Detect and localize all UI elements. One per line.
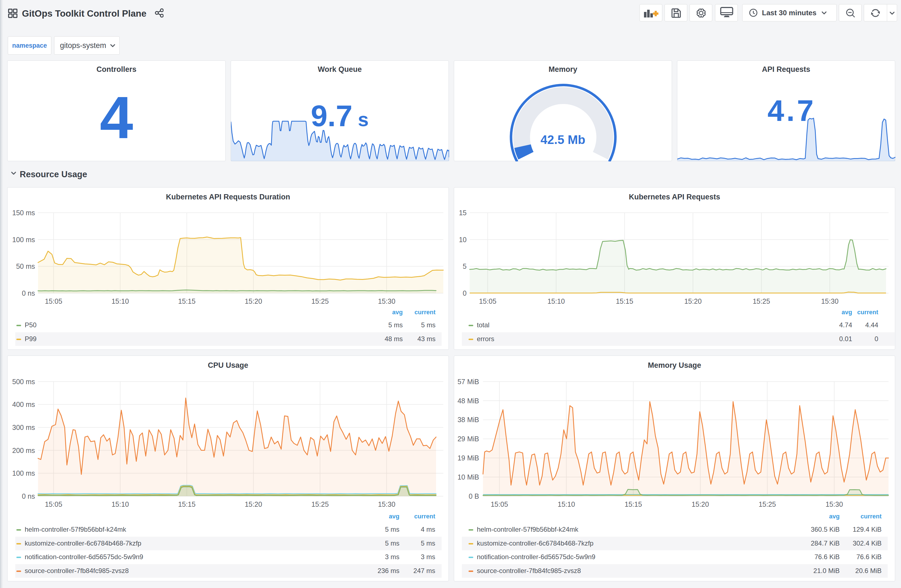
svg-text:100 ms: 100 ms (12, 236, 35, 244)
svg-text:0 ns: 0 ns (22, 289, 35, 297)
svg-text:150 ms: 150 ms (12, 209, 35, 216)
svg-text:15:30: 15:30 (821, 297, 839, 305)
svg-text:15:20: 15:20 (245, 500, 262, 508)
svg-text:15:20: 15:20 (692, 500, 709, 508)
svg-text:0 ns: 0 ns (22, 492, 35, 500)
svg-text:15:25: 15:25 (759, 500, 776, 508)
svg-text:15:10: 15:10 (558, 500, 575, 508)
svg-text:15:15: 15:15 (616, 297, 633, 305)
svg-text:15:15: 15:15 (178, 500, 196, 508)
svg-text:15:20: 15:20 (245, 297, 262, 305)
svg-text:57 MiB: 57 MiB (457, 378, 479, 386)
svg-text:0: 0 (463, 289, 467, 297)
svg-text:15:25: 15:25 (753, 297, 770, 305)
svg-text:100 ms: 100 ms (12, 469, 35, 477)
svg-text:15:05: 15:05 (45, 297, 62, 305)
svg-text:400 ms: 400 ms (12, 400, 35, 408)
svg-text:19 MiB: 19 MiB (457, 454, 479, 462)
svg-text:15:25: 15:25 (312, 297, 329, 305)
svg-text:15:20: 15:20 (684, 297, 702, 305)
svg-text:15:15: 15:15 (178, 297, 196, 305)
svg-text:48 MiB: 48 MiB (457, 397, 479, 404)
svg-text:15:05: 15:05 (479, 297, 497, 305)
svg-text:15: 15 (459, 209, 467, 216)
svg-text:15:30: 15:30 (826, 500, 843, 508)
svg-text:38 MiB: 38 MiB (457, 416, 479, 423)
svg-text:15:10: 15:10 (112, 297, 129, 305)
svg-text:10: 10 (459, 236, 467, 244)
svg-text:15:30: 15:30 (378, 297, 396, 305)
svg-text:10 MiB: 10 MiB (457, 473, 479, 481)
svg-text:15:15: 15:15 (625, 500, 642, 508)
svg-text:300 ms: 300 ms (12, 423, 35, 431)
svg-text:15:25: 15:25 (312, 500, 329, 508)
svg-text:200 ms: 200 ms (12, 446, 35, 454)
svg-text:15:10: 15:10 (547, 297, 565, 305)
svg-text:15:05: 15:05 (491, 500, 508, 508)
svg-text:50 ms: 50 ms (16, 262, 35, 270)
svg-text:500 ms: 500 ms (12, 378, 35, 386)
svg-text:15:05: 15:05 (45, 500, 62, 508)
svg-text:29 MiB: 29 MiB (457, 435, 479, 443)
svg-text:0 B: 0 B (469, 492, 479, 500)
svg-text:15:10: 15:10 (112, 500, 129, 508)
svg-text:5: 5 (463, 262, 467, 270)
svg-text:15:30: 15:30 (378, 500, 396, 508)
